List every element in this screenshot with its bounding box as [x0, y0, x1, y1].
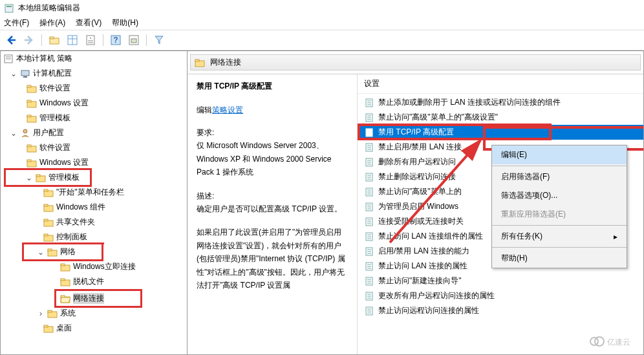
tree-wincomp[interactable]: Windows 组件 — [1, 200, 187, 215]
setting-row[interactable]: 禁用 TCP/IP 高级配置 — [358, 125, 643, 140]
setting-label: 禁止访问"高级"菜单上的"高级设置" — [378, 112, 498, 123]
svg-rect-25 — [27, 100, 31, 102]
properties-button[interactable] — [83, 33, 98, 47]
menu-bar: 文件(F) 操作(A) 查看(V) 帮助(H) — [0, 16, 644, 30]
svg-rect-1 — [6, 6, 12, 7]
edit-policy-link[interactable]: 策略设置 — [212, 105, 243, 114]
svg-rect-42 — [44, 234, 48, 236]
back-button[interactable] — [4, 33, 18, 47]
policy-icon — [364, 172, 374, 182]
up-button[interactable] — [47, 33, 61, 47]
tree-netconn[interactable]: 网络连接 — [56, 291, 140, 306]
folder-icon — [60, 262, 70, 272]
policy-icon — [364, 202, 374, 212]
tree-system[interactable]: ›系统 — [1, 306, 187, 321]
menu-view[interactable]: 查看(V) — [76, 17, 102, 28]
export-button[interactable] — [127, 33, 141, 47]
setting-label: 删除所有用户远程访问 — [378, 156, 456, 167]
setting-label: 禁止访问 LAN 连接组件的属性 — [378, 231, 483, 242]
setting-row[interactable]: 禁止访问远程访问连接的属性 — [358, 303, 643, 318]
forward-button[interactable] — [22, 33, 36, 47]
separator — [492, 247, 627, 248]
svg-rect-44 — [48, 249, 52, 251]
setting-label: 禁用 TCP/IP 高级配置 — [378, 127, 454, 138]
ctx-filter-on[interactable]: 启用筛选器(F) — [492, 167, 627, 186]
tree-root-label: 本地计算机 策略 — [16, 53, 72, 64]
setting-label: 禁止访问远程访问连接的属性 — [378, 305, 479, 316]
setting-row[interactable]: 禁止访问"新建连接向导" — [358, 274, 643, 288]
requirements-heading: 要求: — [197, 126, 348, 139]
chevron-down-icon[interactable]: ⌄ — [10, 129, 17, 138]
policy-icon — [364, 261, 374, 272]
setting-label: 禁止添加或删除用于 LAN 连接或远程访问连接的组件 — [378, 97, 561, 108]
tree-root[interactable]: 本地计算机 策略 — [1, 51, 187, 66]
folder-icon — [60, 277, 70, 287]
svg-rect-54 — [44, 325, 48, 327]
policy-icon — [364, 113, 374, 123]
setting-label: 禁止访问 LAN 连接的属性 — [378, 261, 467, 272]
tree-desktop[interactable]: 桌面 — [1, 321, 187, 336]
ctx-edit[interactable]: 编辑(E) — [492, 145, 627, 164]
folder-open-icon — [60, 294, 70, 304]
menu-action[interactable]: 操作(A) — [39, 17, 65, 28]
svg-rect-30 — [27, 145, 31, 147]
tree-software-2[interactable]: 软件设置 — [1, 140, 187, 155]
title-bar: 本地组策略编辑器 — [0, 0, 644, 16]
ctx-all-tasks[interactable]: 所有任务(K)▸ — [492, 227, 627, 246]
ctx-filter-options[interactable]: 筛选器选项(O)... — [492, 186, 627, 205]
tree-network[interactable]: ⌄ 网络 — [24, 244, 102, 259]
svg-rect-36 — [44, 189, 48, 191]
svg-rect-56 — [195, 59, 199, 61]
folder-icon — [43, 188, 54, 198]
tree-offline[interactable]: 脱机文件 — [1, 274, 187, 289]
setting-row[interactable]: 禁止访问"高级"菜单上的"高级设置" — [358, 110, 643, 125]
content-pane: 网络连接 禁用 TCP/IP 高级配置 编辑策略设置 要求: 仅 Microso… — [188, 51, 644, 355]
svg-point-119 — [595, 337, 604, 346]
svg-rect-21 — [23, 76, 27, 78]
description-heading: 描述: — [197, 189, 348, 202]
requirements-body: 仅 Microsoft Windows Server 2003、Windows … — [197, 139, 348, 178]
help-button[interactable]: ? — [109, 33, 123, 47]
setting-label: 禁止访问"高级"菜单上的 — [378, 186, 462, 197]
tree-admin-2[interactable]: ⌄ 管理模板 — [6, 170, 90, 185]
content-header: 网络连接 — [188, 51, 643, 74]
tree-computer-config[interactable]: ⌄ 计算机配置 — [1, 66, 187, 81]
separator — [492, 225, 627, 226]
description-paragraph-2: 如果启用了此设置(并启用了"为管理员启用网络连接设置"设置)，就会针对所有的用户… — [197, 226, 348, 292]
chevron-down-icon[interactable]: ⌄ — [37, 248, 45, 257]
folder-icon — [47, 308, 58, 319]
tree-windows-2[interactable]: Windows 设置 — [1, 155, 187, 170]
separator — [41, 34, 42, 46]
svg-rect-32 — [27, 160, 31, 162]
policy-icon — [364, 306, 374, 316]
svg-rect-48 — [61, 279, 65, 281]
chevron-right-icon[interactable]: › — [37, 309, 45, 318]
setting-label: 为管理员启用 Windows — [378, 201, 458, 212]
tree-winconnect[interactable]: Windows立即连接 — [1, 259, 187, 274]
filter-button[interactable] — [152, 33, 166, 47]
tree-shared[interactable]: 共享文件夹 — [1, 215, 187, 230]
menu-file[interactable]: 文件(F) — [4, 17, 29, 28]
chevron-down-icon[interactable]: ⌄ — [25, 173, 33, 182]
menu-help[interactable]: 帮助(H) — [112, 17, 138, 28]
description-body: 确定用户是否可以配置高级 TCP/IP 设置。 — [197, 202, 348, 215]
folder-icon — [27, 113, 37, 124]
tree-admin-1[interactable]: 管理模板 — [1, 111, 187, 125]
svg-text:亿速云: 亿速云 — [606, 338, 630, 347]
setting-label: 禁止启用/禁用 LAN 连接 — [378, 142, 462, 153]
tree-windows-1[interactable]: Windows 设置 — [1, 96, 187, 111]
tree-software-1[interactable]: 软件设置 — [1, 81, 187, 96]
tree-user-config[interactable]: ⌄ 用户配置 — [1, 125, 187, 140]
setting-label: 更改所有用户远程访问连接的属性 — [378, 290, 495, 301]
list-button[interactable] — [65, 33, 80, 47]
svg-rect-40 — [44, 219, 48, 221]
tree-startmenu[interactable]: "开始"菜单和任务栏 — [1, 185, 187, 200]
navigation-tree: 本地计算机 策略 ⌄ 计算机配置 软件设置 Windows 设置 管理模板 ⌄ — [0, 51, 188, 355]
toolbar: ? — [0, 30, 644, 50]
setting-row[interactable]: 禁止添加或删除用于 LAN 连接或远程访问连接的组件 — [358, 95, 643, 110]
chevron-down-icon[interactable]: ⌄ — [10, 69, 17, 78]
folder-icon — [27, 143, 37, 153]
ctx-help[interactable]: 帮助(H) — [492, 249, 627, 268]
folder-icon — [43, 217, 54, 228]
setting-row[interactable]: 更改所有用户远程访问连接的属性 — [358, 288, 643, 303]
